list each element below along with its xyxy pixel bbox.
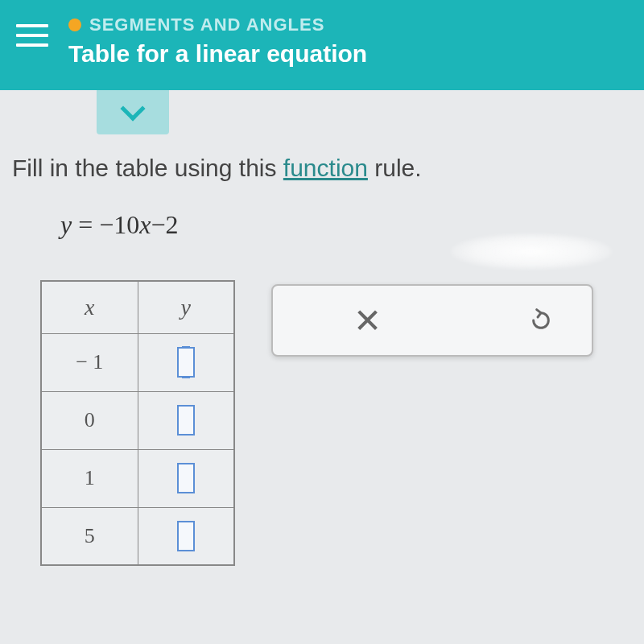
- screen-glare: [451, 233, 612, 270]
- table-row: − 1: [41, 333, 234, 391]
- header-y: y: [138, 281, 234, 333]
- clear-button[interactable]: ✕: [353, 301, 382, 341]
- table-row: 0: [41, 391, 234, 449]
- instruction-suffix: rule.: [368, 155, 422, 181]
- content-area: Fill in the table using this function ru…: [0, 134, 644, 586]
- x-value: − 1: [41, 333, 138, 391]
- chevron-down-icon: [120, 96, 145, 121]
- undo-button[interactable]: [526, 306, 555, 335]
- y-input[interactable]: [177, 521, 195, 551]
- header-x: x: [41, 281, 138, 333]
- x-value: 0: [41, 391, 138, 449]
- app-header: SEGMENTS AND ANGLES Table for a linear e…: [0, 0, 644, 90]
- x-value: 5: [41, 507, 138, 565]
- section-label: SEGMENTS AND ANGLES: [89, 14, 324, 35]
- y-input[interactable]: [177, 405, 195, 436]
- table-header-row: x y: [41, 281, 234, 333]
- instruction-prefix: Fill in the table using this: [12, 155, 283, 181]
- table-row: 1: [41, 449, 234, 507]
- y-input[interactable]: [177, 463, 195, 493]
- function-table: x y − 1 0 1 5: [40, 280, 235, 566]
- expand-tab[interactable]: [97, 90, 169, 134]
- section-bullet-icon: [68, 19, 81, 31]
- y-cell[interactable]: [138, 333, 234, 391]
- header-text: SEGMENTS AND ANGLES Table for a linear e…: [68, 14, 367, 68]
- y-cell[interactable]: [138, 391, 234, 449]
- function-link[interactable]: function: [283, 155, 368, 181]
- x-value: 1: [41, 449, 138, 507]
- toolbar: ✕: [271, 284, 593, 357]
- instruction-text: Fill in the table using this function ru…: [12, 155, 632, 182]
- menu-icon[interactable]: [16, 24, 48, 47]
- y-cell[interactable]: [138, 507, 234, 565]
- y-input-active[interactable]: [177, 347, 195, 378]
- y-cell[interactable]: [138, 449, 234, 507]
- table-row: 5: [41, 507, 234, 565]
- undo-icon: [528, 308, 554, 333]
- page-title: Table for a linear equation: [68, 40, 367, 68]
